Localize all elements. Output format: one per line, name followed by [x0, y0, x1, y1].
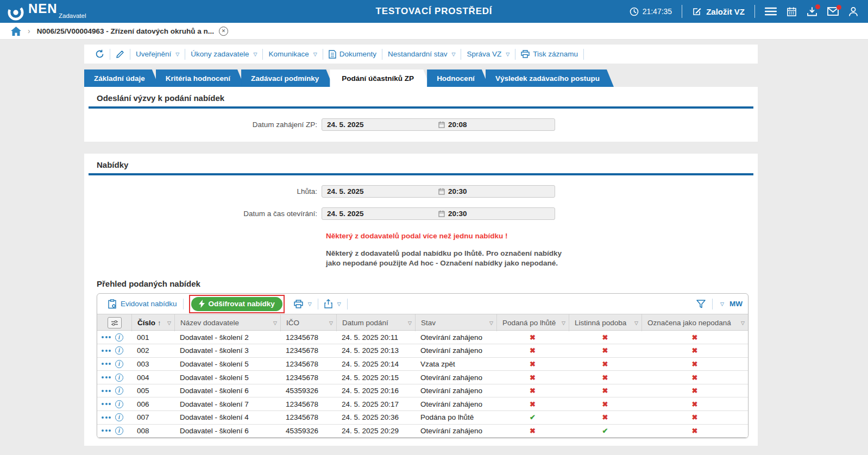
row-info-button[interactable]: i [115, 427, 123, 435]
close-record-tab-icon[interactable]: ✕ [219, 27, 228, 36]
brand-name: NEN [28, 1, 58, 16]
menu-komunikace[interactable]: Komunikace▽ [263, 50, 322, 58]
col-header-oznacena-jako-nepodana[interactable]: Označena jako nepodaná ▽ [641, 314, 748, 331]
column-settings-cell [97, 314, 131, 331]
evidovat-nabidku-button[interactable]: Evidovat nabídku [103, 299, 182, 309]
row-menu-button[interactable] [102, 363, 111, 365]
col-header-stav[interactable]: Stav ▽ [415, 314, 496, 331]
tab-2[interactable]: Zadávací podmínky [241, 69, 333, 87]
row-actions: i [97, 360, 131, 368]
top-bar: NEN Zadavatel TESTOVACÍ PROSTŘEDÍ 21:47:… [0, 0, 868, 23]
user-profile-button[interactable] [848, 7, 858, 17]
refresh-icon [95, 49, 104, 59]
filter-dropdown-icon[interactable]: ▽ [741, 320, 745, 326]
menu-sprava-vz[interactable]: Správa VZ▽ [461, 50, 515, 58]
row-info-button[interactable]: i [115, 387, 123, 395]
cell-podana-po-lhute: ✖ [496, 427, 569, 435]
table-row[interactable]: i004Dodavatel - školení 51234567824. 5. … [97, 371, 748, 384]
filter-dropdown-icon[interactable]: ▽ [167, 320, 171, 326]
column-settings-button[interactable] [108, 317, 122, 328]
print-table-button[interactable]: ▽ [289, 300, 317, 308]
cross-icon: ✖ [602, 346, 608, 355]
messages-button[interactable] [827, 7, 839, 16]
row-info-button[interactable]: i [115, 360, 123, 368]
inbox-downloads-button[interactable] [807, 7, 817, 17]
breadcrumb-record-tab[interactable]: N006/25/V00004963 - Zřízení datových okr… [37, 27, 228, 36]
filter-dropdown-icon[interactable]: ▽ [634, 320, 638, 326]
col-header-podana-po-lhute[interactable]: Podaná po lhůtě ▽ [496, 314, 569, 331]
row-menu-button[interactable] [102, 390, 111, 392]
tab-podani-ucastniku-zp[interactable]: Podání účastníků ZP [330, 69, 430, 87]
nen-logo[interactable]: NEN Zadavatel [8, 2, 86, 21]
tab-4[interactable]: Hodnocení [427, 69, 489, 87]
row-info-button[interactable]: i [115, 374, 123, 382]
main-menu-button[interactable] [765, 7, 777, 16]
create-vz-button[interactable]: Založit VZ [692, 7, 745, 16]
filter-dropdown-icon[interactable]: ▽ [273, 320, 277, 326]
datum-oteviani-field[interactable]: 24. 5. 2025 20:30 [322, 207, 555, 220]
filter-dropdown-icon[interactable]: ▽ [489, 320, 493, 326]
cross-icon: ✖ [602, 400, 608, 408]
row-menu-button[interactable] [102, 403, 111, 405]
cell-podana-po-lhute: ✖ [496, 400, 569, 408]
row-actions: i [97, 387, 131, 395]
row-menu-button[interactable] [102, 376, 111, 378]
col-header-listinna-podoba[interactable]: Listinná podoba ▽ [569, 314, 641, 331]
filter-dropdown-icon[interactable]: ▽ [408, 320, 412, 326]
row-info-button[interactable]: i [115, 346, 123, 355]
col-label: Stav [421, 319, 487, 327]
cell-stav: Podána po lhůtě [415, 413, 496, 421]
table-row[interactable]: i003Dodavatel - školení 51234567824. 5. … [97, 358, 748, 371]
table-row[interactable]: i001Dodavatel - školení 21234567824. 5. … [97, 331, 748, 344]
odsifrovat-nabidky-button[interactable]: Odšifrovat nabídky [191, 297, 282, 311]
table-row[interactable]: i007Dodavatel - školení 41234567824. 5. … [97, 411, 748, 425]
calendar-button[interactable] [787, 7, 797, 17]
datum-zahajeni-field[interactable]: 24. 5. 2025 20:08 [322, 118, 555, 131]
row-info-button[interactable]: i [115, 400, 123, 408]
row-actions: i [97, 413, 131, 421]
row-menu-button[interactable] [102, 429, 111, 432]
row-menu-button[interactable] [102, 336, 111, 338]
filter-funnel-icon[interactable] [696, 300, 706, 308]
col-header-cislo[interactable]: Číslo ↑ ▽ [131, 314, 174, 331]
table-row[interactable]: i005Dodavatel - školení 64535932624. 5. … [97, 384, 748, 398]
view-dropdown-icon[interactable]: ▽ [720, 301, 724, 307]
menu-tisk-zaznamu[interactable]: Tisk záznamu [515, 50, 583, 58]
menu-ukony-zadavatele[interactable]: Úkony zadavatele▽ [185, 50, 262, 58]
edit-button[interactable] [110, 50, 130, 59]
refresh-button[interactable] [90, 49, 110, 59]
toolbar-divider [183, 299, 184, 309]
view-mode-mw[interactable]: MW [729, 300, 743, 308]
col-header-nazev-dodavatele[interactable]: Název dodavatele ▽ [174, 314, 280, 331]
row-menu-button[interactable] [102, 350, 111, 352]
col-header-datum-podani[interactable]: Datum podání ▽ [336, 314, 415, 331]
cell-podana-po-lhute: ✖ [496, 374, 569, 382]
cross-icon: ✖ [530, 387, 536, 395]
export-table-button[interactable]: ▽ [319, 299, 346, 308]
menu-uverejneni[interactable]: Uveřejnění▽ [130, 50, 185, 58]
table-row[interactable]: i002Dodavatel - školení 31234567824. 5. … [97, 344, 748, 358]
menu-nestandardni-stav[interactable]: Nestandardní stav▽ [382, 50, 461, 58]
table-row[interactable]: i006Dodavatel - školení 71234567824. 5. … [97, 397, 748, 411]
cross-icon: ✖ [530, 400, 536, 408]
lhuta-field[interactable]: 24. 5. 2025 20:30 [322, 185, 555, 198]
row-info-button[interactable]: i [115, 333, 123, 342]
cell-cislo: 002 [131, 346, 174, 355]
row-menu-button[interactable] [102, 416, 111, 419]
cell-nazev-dodavatele: Dodavatel - školení 6 [174, 387, 280, 395]
nen-logo-icon [8, 4, 24, 21]
cross-icon: ✖ [692, 427, 698, 435]
filter-dropdown-icon[interactable]: ▽ [329, 320, 333, 326]
home-icon[interactable] [11, 27, 21, 36]
col-header-ico[interactable]: IČO ▽ [280, 314, 336, 331]
tab-0[interactable]: Základní údaje [84, 69, 159, 87]
filter-dropdown-icon[interactable]: ▽ [562, 320, 565, 326]
menu-dokumenty[interactable]: Dokumenty [323, 50, 382, 59]
row-info-button[interactable]: i [115, 413, 123, 421]
cell-oznacena-jako-nepodana: ✖ [641, 427, 748, 435]
tab-1[interactable]: Kritéria hodnocení [156, 69, 244, 87]
table-row[interactable]: i008Dodavatel - školení 64535932624. 5. … [97, 425, 748, 438]
menu-label: Nestandardní stav [388, 50, 448, 58]
tab-5[interactable]: Výsledek zadávacího postupu [486, 69, 614, 87]
cell-listinna-podoba: ✖ [569, 413, 641, 421]
